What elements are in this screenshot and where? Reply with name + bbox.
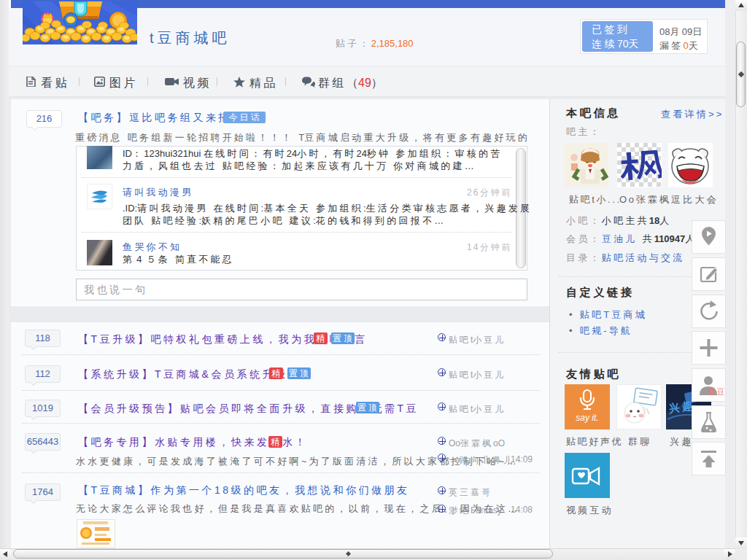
svg-text:say it.: say it. — [576, 413, 598, 423]
